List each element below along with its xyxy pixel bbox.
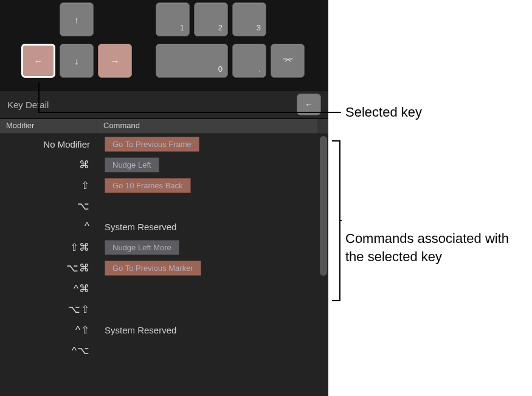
- key-up[interactable]: ↑: [60, 2, 94, 36]
- table-row[interactable]: ^⌘: [0, 278, 328, 299]
- modifier-cell: ⌘: [0, 159, 97, 171]
- table-row[interactable]: No Modifier Go To Previous Frame: [0, 134, 328, 154]
- modifier-cell: ⇧: [0, 179, 97, 192]
- modifier-cell: ⌥: [0, 200, 97, 213]
- table-row[interactable]: ⇧ Go 10 Frames Back: [0, 175, 328, 196]
- command-cell: System Reserved: [97, 222, 328, 232]
- modifier-cell: ^: [0, 220, 97, 233]
- callout-leader: [340, 220, 342, 221]
- column-command[interactable]: Command: [97, 119, 317, 133]
- key-detail-list: No Modifier Go To Previous Frame ⌘ Nudge…: [0, 134, 328, 396]
- command-cell: Go To Previous Frame: [97, 137, 328, 152]
- table-row[interactable]: ⌥⌘ Go To Previous Marker: [0, 258, 328, 278]
- table-row[interactable]: ⌘ Nudge Left: [0, 154, 328, 175]
- table-row[interactable]: ^⌥: [0, 340, 328, 361]
- keyboard-cluster: ↑ ← ↓ → 1 2 3 0 . ⌤: [0, 0, 328, 90]
- modifier-cell: ^⌘: [0, 282, 97, 295]
- command-cell: Go To Previous Marker: [97, 261, 328, 276]
- command-cell: Nudge Left More: [97, 240, 328, 255]
- key-commands-panel: ↑ ← ↓ → 1 2 3 0 . ⌤ Key Detail ← Modifie…: [0, 0, 328, 396]
- key-detail-title: Key Detail: [7, 100, 49, 110]
- key-num-3[interactable]: 3: [232, 2, 266, 36]
- key-num-1[interactable]: 1: [156, 2, 190, 36]
- command-chip[interactable]: Go To Previous Frame: [105, 137, 199, 152]
- modifier-cell: ^⌥: [0, 344, 97, 357]
- callout-bracket: [332, 140, 340, 301]
- key-num-2[interactable]: 2: [194, 2, 228, 36]
- table-row[interactable]: ⌥⇧: [0, 299, 328, 319]
- callout-selected-key: Selected key: [345, 103, 422, 121]
- command-chip[interactable]: Nudge Left: [105, 157, 159, 172]
- key-num-0[interactable]: 0: [156, 44, 228, 78]
- command-cell: Nudge Left: [97, 157, 328, 172]
- command-cell: System Reserved: [97, 325, 328, 335]
- modifier-cell: ⇧⌘: [0, 241, 97, 254]
- table-row[interactable]: ^ System Reserved: [0, 216, 328, 237]
- modifier-cell: ^⇧: [0, 324, 97, 336]
- command-chip[interactable]: Nudge Left More: [105, 240, 179, 255]
- modifier-cell: ⌥⇧: [0, 303, 97, 316]
- key-num-dot[interactable]: .: [232, 44, 266, 78]
- command-chip[interactable]: Go To Previous Marker: [105, 261, 201, 276]
- table-row[interactable]: ^⇧ System Reserved: [0, 319, 328, 340]
- key-right[interactable]: →: [98, 44, 132, 78]
- key-num-enter[interactable]: ⌤: [271, 44, 305, 78]
- callout-leader: [38, 83, 40, 113]
- command-chip[interactable]: Go 10 Frames Back: [105, 178, 191, 193]
- modifier-cell: ⌥⌘: [0, 262, 97, 275]
- column-modifier[interactable]: Modifier: [0, 119, 97, 133]
- key-left[interactable]: ←: [21, 44, 55, 78]
- table-row[interactable]: ⌥: [0, 196, 328, 216]
- key-detail-columns: Modifier Command: [0, 119, 328, 134]
- callout-commands: Commands associated with the selected ke…: [345, 230, 522, 265]
- key-down[interactable]: ↓: [60, 44, 94, 78]
- scrollbar-thumb[interactable]: [320, 136, 327, 276]
- callout-leader: [38, 112, 341, 113]
- table-row[interactable]: ⇧⌘ Nudge Left More: [0, 237, 328, 258]
- command-cell: Go 10 Frames Back: [97, 178, 328, 193]
- key-detail-header: Key Detail ←: [0, 90, 328, 119]
- modifier-cell: No Modifier: [0, 139, 97, 149]
